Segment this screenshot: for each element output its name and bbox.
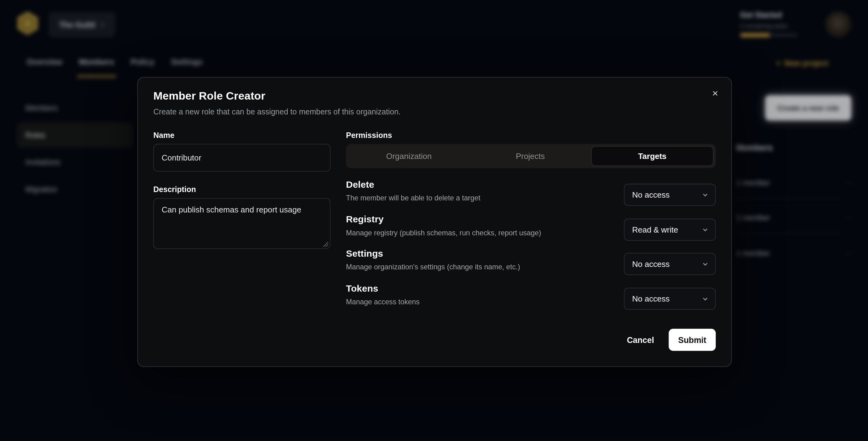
name-label: Name (153, 130, 175, 139)
select-value: No access (632, 259, 670, 269)
row-menu-icon[interactable]: ··· (845, 214, 854, 221)
get-started-progress-track (740, 33, 798, 37)
permission-desc-settings: Manage organization's settings (change i… (346, 263, 520, 271)
sidebar-item-members[interactable]: Members (17, 95, 133, 121)
get-started-title: Get Started (740, 10, 807, 20)
settings-access-select[interactable]: No access (624, 253, 716, 275)
sidebar-item-migration[interactable]: Migration (17, 177, 133, 202)
cancel-button[interactable]: Cancel (618, 329, 662, 351)
org-switcher-label: The Guild (59, 20, 95, 29)
get-started-progress-fill (740, 33, 770, 37)
chevron-down-icon (702, 261, 708, 267)
chevron-down-icon (702, 296, 708, 302)
role-member-count: 1 member (736, 249, 770, 257)
resize-handle-icon[interactable] (323, 241, 329, 247)
permission-desc-registry: Manage registry (publish schemas, run ch… (346, 228, 541, 237)
delete-access-select[interactable]: No access (624, 184, 716, 206)
member-role-creator-dialog: × Member Role Creator Create a new role … (137, 77, 732, 367)
chevron-down-icon: ∨ (100, 21, 104, 28)
permission-title-settings: Settings (346, 248, 383, 259)
create-new-role-button[interactable]: Create a new role (765, 95, 851, 121)
row-menu-icon[interactable]: ··· (845, 249, 854, 257)
sidebar-item-invitations[interactable]: Invitations (17, 149, 133, 175)
role-member-count: 1 member (736, 213, 770, 222)
tab-policy[interactable]: Policy (131, 58, 154, 72)
chevron-down-icon (702, 191, 708, 198)
description-label: Description (153, 185, 196, 194)
org-switcher-button[interactable]: The Guild ∨ (49, 12, 115, 37)
permissions-tab-strip: Organization Projects Targets (346, 144, 715, 168)
select-value: No access (632, 294, 670, 304)
role-description-textarea[interactable]: Can publish schemas and report usage (153, 198, 331, 249)
get-started-subtitle: 4 remaining tasks (740, 23, 807, 29)
row-divider (736, 233, 841, 234)
role-row[interactable]: 1 member ··· (736, 174, 854, 191)
tab-organization[interactable]: Organization (348, 146, 470, 166)
members-column-heading: Members (736, 143, 773, 152)
role-row[interactable]: 1 member ··· (736, 244, 854, 262)
tab-overview[interactable]: Overview (27, 58, 62, 72)
select-value: Read & write (632, 225, 678, 234)
role-name-input[interactable] (153, 144, 331, 171)
app-screen: The Guild ∨ Get Started 4 remaining task… (0, 0, 868, 441)
sidebar-item-roles[interactable]: Roles (17, 122, 133, 148)
permission-desc-tokens: Manage access tokens (346, 298, 420, 306)
members-sub-nav: Members Roles Invitations Migration (17, 95, 133, 202)
tab-members[interactable]: Members (79, 58, 114, 72)
permission-desc-delete: The member will be able to delete a targ… (346, 194, 480, 202)
role-row[interactable]: 1 member ··· (736, 209, 854, 226)
row-divider (736, 198, 841, 199)
tokens-access-select[interactable]: No access (624, 288, 716, 310)
chevron-down-icon (702, 226, 708, 233)
registry-access-select[interactable]: Read & write (624, 219, 716, 241)
new-project-button[interactable]: + New project (776, 59, 828, 68)
org-nav-tabs: Overview Members Policy Settings (27, 58, 203, 72)
permission-title-registry: Registry (346, 214, 383, 225)
guild-logo-icon[interactable] (15, 10, 40, 37)
row-menu-icon[interactable]: ··· (845, 179, 854, 187)
permissions-label: Permissions (346, 130, 392, 139)
select-value: No access (632, 190, 670, 199)
role-member-count: 1 member (736, 179, 770, 187)
tab-settings[interactable]: Settings (171, 58, 203, 72)
permission-title-delete: Delete (346, 179, 374, 190)
get-started-widget[interactable]: Get Started 4 remaining tasks (740, 10, 807, 37)
tab-projects[interactable]: Projects (470, 146, 591, 166)
dialog-title: Member Role Creator (153, 90, 266, 102)
plus-icon: + (776, 59, 781, 68)
submit-button[interactable]: Submit (669, 329, 716, 351)
dialog-subtitle: Create a new role that can be assigned t… (153, 107, 401, 116)
tab-targets[interactable]: Targets (591, 146, 714, 166)
user-avatar[interactable] (825, 12, 851, 37)
close-icon[interactable]: × (708, 85, 723, 101)
new-project-label: New project (784, 59, 828, 68)
permission-title-tokens: Tokens (346, 283, 378, 294)
